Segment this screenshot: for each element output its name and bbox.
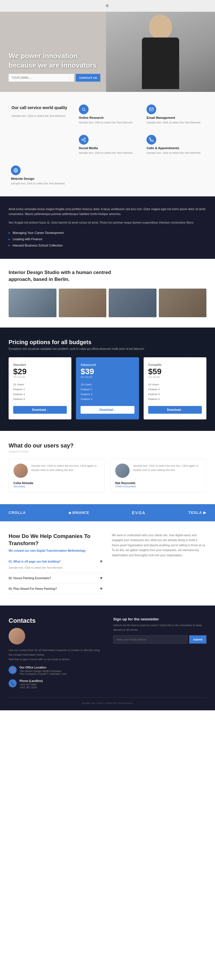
testimonial-name-nat: Nat Reynolds [115, 481, 202, 485]
calls-desc: Sample text. Click to select the Text El… [146, 151, 204, 155]
calls-title: Calls & Appointments [146, 146, 204, 150]
accordion-header-3[interactable]: 03. Plan Ahead For Home Painting? ▼ [9, 586, 103, 591]
social-media-title: Social Media [79, 146, 136, 150]
transform-right: We want to understand who your clients a… [112, 533, 206, 594]
complite-feature-3: Feature 3 [148, 391, 202, 396]
office-line2: The Courtyard, 4i Quell T, Colorado, USA [19, 673, 67, 675]
plan-standard-features: 15 Users Feature 2 Feature 3 Feature 4 [13, 382, 67, 401]
main-service-card: Our call service world quality Sample te… [9, 102, 71, 158]
testimonial-role-celia: Secretary [13, 485, 100, 488]
plan-standard-name: Standart [13, 363, 67, 366]
services-section: Our call service world quality Sample te… [0, 92, 215, 196]
complite-download-button[interactable]: Download ↓ [148, 406, 202, 414]
accordion-toggle-1[interactable]: ▼ [99, 559, 103, 564]
logos-section: CROLLA ◆ BINANCE EVGA TESLA ▶ [0, 504, 215, 521]
dark-list-item-2: ▶ Leading with Finance [9, 236, 206, 242]
website-design-icon [11, 165, 21, 175]
nav-bar: ≡ [0, 0, 215, 12]
accordion-header-2[interactable]: 02. House Painting Essentials? ▼ [9, 576, 103, 580]
transform-grid: How Do We Help Companies To Transform? W… [9, 533, 206, 594]
bullet-icon-2: ▶ [9, 238, 10, 240]
phone-info: Phone (Landline) +912 567 8987 +912 352 … [19, 679, 43, 689]
service-card-email-management: Email Management Sample text. Click to s… [144, 102, 206, 127]
plan-complite-period: Per Month [148, 375, 202, 379]
avatar-celia [13, 463, 28, 478]
logo-crolla: CROLLA [9, 511, 26, 515]
plan-standard-period: Per Month [13, 375, 67, 379]
dark-para2: Nec feugiat nisl pretium fusce id. Justo… [9, 220, 206, 225]
plan-complite-price: $59 [148, 368, 202, 375]
complite-feature-4: Feature 4 [148, 396, 202, 401]
hamburger-icon[interactable]: ≡ [106, 3, 109, 9]
advanced-feature-3: Feature 3 [80, 391, 134, 396]
service-card-website-design: Website Design Sample text. Click to sel… [9, 163, 71, 188]
phone-line1: +912 567 8987 [19, 683, 43, 686]
plan-advanced-name: Advanced [80, 363, 134, 366]
dark-section: Amet luctus venenatis lectus magna fring… [0, 196, 215, 259]
testimonial-card-nat: Sample text. Click to select the text bo… [111, 459, 206, 493]
plan-standard: Standart $29 Per Month 15 Users Feature … [9, 357, 71, 419]
website-design-title: Website Design [11, 177, 69, 180]
accordion-toggle-2[interactable]: ▼ [99, 576, 103, 580]
image-credit: Image by Freepik [9, 450, 206, 453]
transform-right-text: We want to understand who your clients a… [112, 533, 206, 558]
standard-feature-3: Feature 3 [13, 391, 67, 396]
advanced-download-button[interactable]: Download ↓ [80, 406, 134, 414]
office-location-icon: 📍 [9, 666, 17, 674]
calls-icon [146, 135, 156, 145]
plan-standard-price: $29 [13, 368, 67, 375]
newsletter-title: Sign up for the newsletter [113, 617, 206, 621]
dark-list-item-3: ▶ Harvard Business School Collection [9, 242, 206, 248]
interior-title: Interior Design Studio with a human cent… [9, 269, 123, 283]
transform-title: How Do We Help Companies To Transform? [9, 533, 103, 547]
service-card-online-research: Online Research Sample text. Click to se… [77, 102, 139, 127]
footer-bottom: Sample text. Click to select the Text El… [9, 697, 206, 705]
hero-contact-button[interactable]: CONTACT US [76, 74, 100, 81]
accordion-item-1: 01. What is off page seo link building? … [9, 556, 103, 573]
contacts-title: Contacts [9, 617, 102, 624]
accordion-title-3: 03. Plan Ahead For Home Painting? [9, 587, 57, 590]
dark-list: ▶ Managing Your Career Development ▶ Lea… [9, 230, 206, 248]
interior-photo-1 [9, 289, 56, 317]
contact-office: 📍 Our Office Location The Interior Desig… [9, 666, 102, 675]
accordion-title-1: 01. What is off page seo link building? [9, 560, 61, 563]
contacts-avatar [9, 628, 25, 644]
email-management-icon [146, 105, 156, 114]
accordion-header-1[interactable]: 01. What is off page seo link building? … [9, 559, 103, 564]
newsletter-email-input[interactable] [113, 635, 188, 644]
testimonials-grid: Sample text. Click to select the text bo… [9, 459, 206, 493]
phone-line2: +912 352 3236 [19, 686, 43, 689]
email-management-desc: Sample text. Click to select the Text El… [146, 121, 204, 124]
transform-left: How Do We Help Companies To Transform? W… [9, 533, 103, 594]
hero-content: We power innovation because we are innov… [9, 51, 100, 81]
advanced-feature-1: 15 Users [80, 382, 134, 387]
testimonial-card-celia: Sample text. Click to select the text bo… [9, 459, 104, 493]
online-research-title: Online Research [79, 116, 136, 119]
svg-point-3 [84, 138, 85, 139]
svg-line-7 [83, 139, 84, 140]
standard-download-button[interactable]: Download ↓ [13, 406, 67, 414]
standard-feature-2: Feature 2 [13, 387, 67, 391]
accordion-body-1: Sample text. Click to select the Text El… [9, 565, 103, 570]
svg-point-4 [82, 139, 83, 140]
interior-section: Interior Design Studio with a human cent… [0, 259, 215, 328]
dark-list-item-1: ▶ Managing Your Career Development [9, 230, 206, 236]
avatar-nat [115, 463, 130, 478]
contact-phone: 📞 Phone (Landline) +912 567 8987 +912 35… [9, 679, 102, 689]
plan-advanced-features: 15 Users Feature 2 Feature 3 Feature 4 [80, 382, 134, 401]
plan-advanced: Advanced $39 Per Month 15 Users Feature … [76, 357, 139, 419]
hero-email-input[interactable] [9, 74, 74, 81]
website-design-desc: Sample text. Click to select the Text El… [11, 181, 69, 186]
contacts-left: Contacts Use our contact form for all in… [9, 617, 102, 689]
accordion-toggle-3[interactable]: ▼ [99, 586, 103, 591]
newsletter-submit-button[interactable]: Submit [189, 635, 206, 644]
hero-headline: We power innovation because we are innov… [9, 51, 100, 70]
dark-para1: Amet luctus venenatis lectus magna fring… [9, 207, 206, 217]
interior-photo-3 [109, 289, 157, 317]
phone-label: Phone (Landline) [19, 679, 43, 682]
phone-icon: 📞 [9, 679, 17, 687]
office-label: Our Office Location [19, 666, 67, 669]
services-grid: Our call service world quality Sample te… [9, 102, 206, 188]
newsletter-desc: Want to be the first to read our news? S… [113, 623, 206, 632]
standard-feature-1: 15 Users [13, 382, 67, 387]
